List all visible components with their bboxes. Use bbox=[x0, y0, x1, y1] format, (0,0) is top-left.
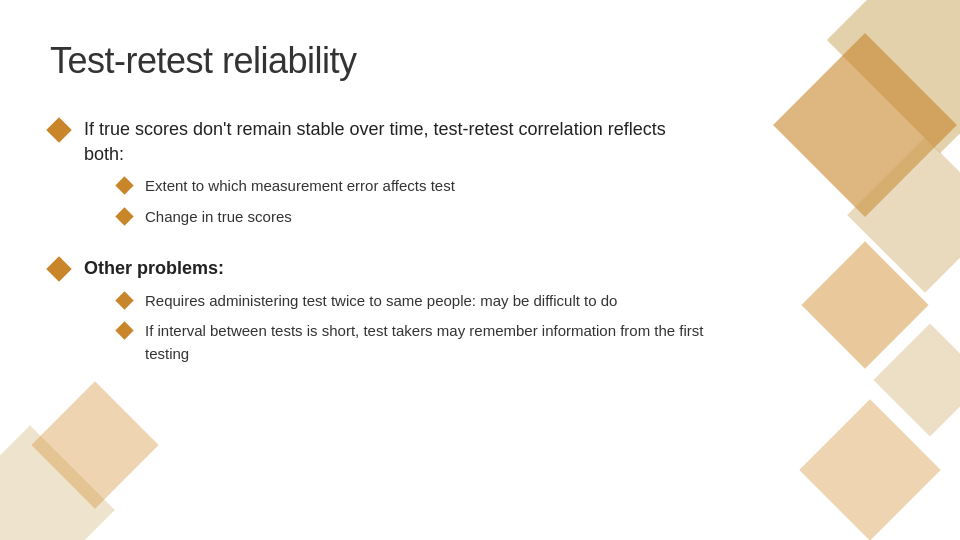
main-bullet-strong-2: Other problems: bbox=[84, 258, 224, 278]
sub-bullets-2: Requires administering test twice to sam… bbox=[118, 290, 910, 366]
slide-content: Test-retest reliability If true scores d… bbox=[0, 0, 960, 423]
bullet-icon-2 bbox=[46, 257, 71, 282]
sub-bullet-text-1-1: Extent to which measurement error affect… bbox=[145, 175, 655, 198]
main-bullet-text-2: Other problems: bbox=[84, 258, 444, 278]
sub-bullet-text-2-2: If interval between tests is short, test… bbox=[145, 320, 910, 365]
sub-bullet-1-2: Change in true scores bbox=[118, 206, 910, 229]
main-bullet-2: Other problems: Requires administering t… bbox=[50, 256, 910, 373]
sub-bullet-icon-1-1 bbox=[115, 177, 133, 195]
sub-bullet-icon-1-2 bbox=[115, 207, 133, 225]
diamond-bl-1 bbox=[0, 425, 115, 540]
sub-bullet-icon-2-1 bbox=[115, 291, 133, 309]
slide-title: Test-retest reliability bbox=[50, 40, 910, 82]
sub-bullet-2-2: If interval between tests is short, test… bbox=[118, 320, 910, 365]
main-bullet-1: If true scores don't remain stable over … bbox=[50, 117, 910, 236]
bullet-icon-1 bbox=[46, 117, 71, 142]
slide: Test-retest reliability If true scores d… bbox=[0, 0, 960, 540]
main-bullet-text-1: If true scores don't remain stable over … bbox=[84, 119, 666, 164]
main-bullets-list: If true scores don't remain stable over … bbox=[50, 117, 910, 373]
sub-bullets-1: Extent to which measurement error affect… bbox=[118, 175, 910, 228]
sub-bullet-text-2-1: Requires administering test twice to sam… bbox=[145, 290, 817, 313]
sub-bullet-2-1: Requires administering test twice to sam… bbox=[118, 290, 910, 313]
sub-bullet-icon-2-2 bbox=[115, 321, 133, 339]
sub-bullet-1-1: Extent to which measurement error affect… bbox=[118, 175, 910, 198]
sub-bullet-text-1-2: Change in true scores bbox=[145, 206, 492, 229]
